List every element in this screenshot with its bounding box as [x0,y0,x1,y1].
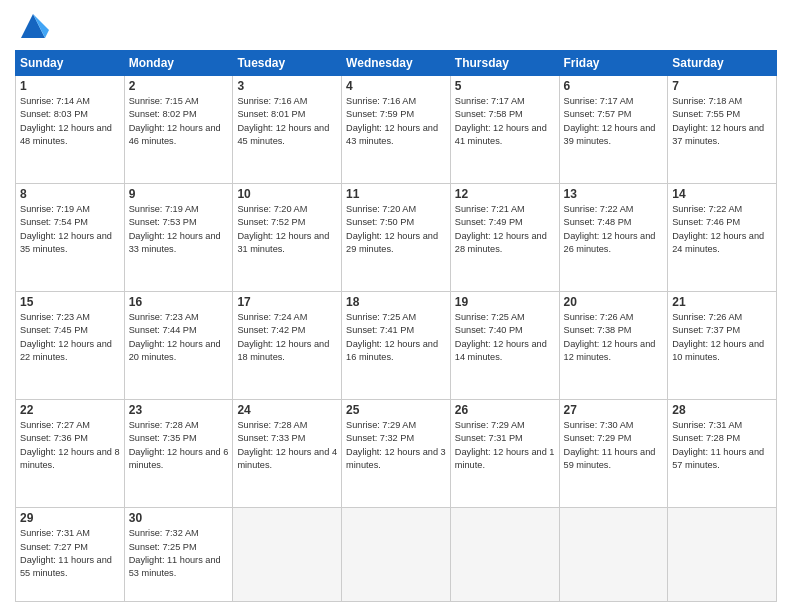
day-number: 14 [672,187,772,201]
logo [15,10,49,42]
table-row: 8Sunrise: 7:19 AMSunset: 7:54 PMDaylight… [16,184,125,292]
day-info: Sunrise: 7:26 AMSunset: 7:37 PMDaylight:… [672,311,772,364]
table-row: 22Sunrise: 7:27 AMSunset: 7:36 PMDayligh… [16,400,125,508]
day-info: Sunrise: 7:30 AMSunset: 7:29 PMDaylight:… [564,419,664,472]
table-row: 11Sunrise: 7:20 AMSunset: 7:50 PMDayligh… [342,184,451,292]
day-number: 9 [129,187,229,201]
table-row: 7Sunrise: 7:18 AMSunset: 7:55 PMDaylight… [668,76,777,184]
table-row: 30Sunrise: 7:32 AMSunset: 7:25 PMDayligh… [124,508,233,602]
day-number: 5 [455,79,555,93]
day-number: 16 [129,295,229,309]
table-row: 14Sunrise: 7:22 AMSunset: 7:46 PMDayligh… [668,184,777,292]
calendar-row: 1Sunrise: 7:14 AMSunset: 8:03 PMDaylight… [16,76,777,184]
day-number: 2 [129,79,229,93]
day-info: Sunrise: 7:31 AMSunset: 7:27 PMDaylight:… [20,527,120,580]
calendar-row: 22Sunrise: 7:27 AMSunset: 7:36 PMDayligh… [16,400,777,508]
table-row [559,508,668,602]
day-info: Sunrise: 7:19 AMSunset: 7:54 PMDaylight:… [20,203,120,256]
table-row [668,508,777,602]
day-info: Sunrise: 7:20 AMSunset: 7:50 PMDaylight:… [346,203,446,256]
header [15,10,777,42]
calendar-header-row: Sunday Monday Tuesday Wednesday Thursday… [16,51,777,76]
day-info: Sunrise: 7:22 AMSunset: 7:46 PMDaylight:… [672,203,772,256]
day-number: 6 [564,79,664,93]
day-number: 29 [20,511,120,525]
day-info: Sunrise: 7:20 AMSunset: 7:52 PMDaylight:… [237,203,337,256]
day-number: 23 [129,403,229,417]
table-row: 1Sunrise: 7:14 AMSunset: 8:03 PMDaylight… [16,76,125,184]
table-row: 16Sunrise: 7:23 AMSunset: 7:44 PMDayligh… [124,292,233,400]
table-row: 17Sunrise: 7:24 AMSunset: 7:42 PMDayligh… [233,292,342,400]
day-info: Sunrise: 7:15 AMSunset: 8:02 PMDaylight:… [129,95,229,148]
table-row: 26Sunrise: 7:29 AMSunset: 7:31 PMDayligh… [450,400,559,508]
table-row [450,508,559,602]
table-row: 21Sunrise: 7:26 AMSunset: 7:37 PMDayligh… [668,292,777,400]
day-info: Sunrise: 7:25 AMSunset: 7:40 PMDaylight:… [455,311,555,364]
day-number: 13 [564,187,664,201]
day-info: Sunrise: 7:17 AMSunset: 7:58 PMDaylight:… [455,95,555,148]
table-row: 9Sunrise: 7:19 AMSunset: 7:53 PMDaylight… [124,184,233,292]
day-info: Sunrise: 7:31 AMSunset: 7:28 PMDaylight:… [672,419,772,472]
day-number: 19 [455,295,555,309]
col-thursday: Thursday [450,51,559,76]
day-info: Sunrise: 7:23 AMSunset: 7:45 PMDaylight:… [20,311,120,364]
day-info: Sunrise: 7:16 AMSunset: 7:59 PMDaylight:… [346,95,446,148]
calendar-row: 8Sunrise: 7:19 AMSunset: 7:54 PMDaylight… [16,184,777,292]
logo-icon [17,10,49,42]
day-info: Sunrise: 7:14 AMSunset: 8:03 PMDaylight:… [20,95,120,148]
day-info: Sunrise: 7:16 AMSunset: 8:01 PMDaylight:… [237,95,337,148]
table-row: 5Sunrise: 7:17 AMSunset: 7:58 PMDaylight… [450,76,559,184]
day-info: Sunrise: 7:32 AMSunset: 7:25 PMDaylight:… [129,527,229,580]
day-number: 18 [346,295,446,309]
day-info: Sunrise: 7:17 AMSunset: 7:57 PMDaylight:… [564,95,664,148]
table-row: 25Sunrise: 7:29 AMSunset: 7:32 PMDayligh… [342,400,451,508]
day-number: 21 [672,295,772,309]
day-info: Sunrise: 7:22 AMSunset: 7:48 PMDaylight:… [564,203,664,256]
day-info: Sunrise: 7:23 AMSunset: 7:44 PMDaylight:… [129,311,229,364]
calendar-row: 15Sunrise: 7:23 AMSunset: 7:45 PMDayligh… [16,292,777,400]
day-info: Sunrise: 7:28 AMSunset: 7:33 PMDaylight:… [237,419,337,472]
col-sunday: Sunday [16,51,125,76]
day-info: Sunrise: 7:26 AMSunset: 7:38 PMDaylight:… [564,311,664,364]
table-row [342,508,451,602]
col-saturday: Saturday [668,51,777,76]
col-tuesday: Tuesday [233,51,342,76]
table-row: 3Sunrise: 7:16 AMSunset: 8:01 PMDaylight… [233,76,342,184]
day-info: Sunrise: 7:29 AMSunset: 7:32 PMDaylight:… [346,419,446,472]
day-number: 27 [564,403,664,417]
day-number: 4 [346,79,446,93]
calendar-row: 29Sunrise: 7:31 AMSunset: 7:27 PMDayligh… [16,508,777,602]
page: Sunday Monday Tuesday Wednesday Thursday… [0,0,792,612]
table-row: 2Sunrise: 7:15 AMSunset: 8:02 PMDaylight… [124,76,233,184]
table-row: 24Sunrise: 7:28 AMSunset: 7:33 PMDayligh… [233,400,342,508]
day-number: 15 [20,295,120,309]
table-row: 20Sunrise: 7:26 AMSunset: 7:38 PMDayligh… [559,292,668,400]
day-info: Sunrise: 7:24 AMSunset: 7:42 PMDaylight:… [237,311,337,364]
col-wednesday: Wednesday [342,51,451,76]
day-number: 17 [237,295,337,309]
day-number: 1 [20,79,120,93]
day-number: 26 [455,403,555,417]
table-row: 6Sunrise: 7:17 AMSunset: 7:57 PMDaylight… [559,76,668,184]
col-friday: Friday [559,51,668,76]
day-number: 8 [20,187,120,201]
calendar: Sunday Monday Tuesday Wednesday Thursday… [15,50,777,602]
day-number: 12 [455,187,555,201]
day-number: 3 [237,79,337,93]
day-number: 24 [237,403,337,417]
day-info: Sunrise: 7:21 AMSunset: 7:49 PMDaylight:… [455,203,555,256]
table-row: 10Sunrise: 7:20 AMSunset: 7:52 PMDayligh… [233,184,342,292]
table-row: 29Sunrise: 7:31 AMSunset: 7:27 PMDayligh… [16,508,125,602]
day-number: 20 [564,295,664,309]
col-monday: Monday [124,51,233,76]
table-row: 4Sunrise: 7:16 AMSunset: 7:59 PMDaylight… [342,76,451,184]
day-info: Sunrise: 7:29 AMSunset: 7:31 PMDaylight:… [455,419,555,472]
day-number: 22 [20,403,120,417]
day-info: Sunrise: 7:25 AMSunset: 7:41 PMDaylight:… [346,311,446,364]
day-info: Sunrise: 7:28 AMSunset: 7:35 PMDaylight:… [129,419,229,472]
table-row: 27Sunrise: 7:30 AMSunset: 7:29 PMDayligh… [559,400,668,508]
day-info: Sunrise: 7:27 AMSunset: 7:36 PMDaylight:… [20,419,120,472]
table-row: 15Sunrise: 7:23 AMSunset: 7:45 PMDayligh… [16,292,125,400]
table-row: 18Sunrise: 7:25 AMSunset: 7:41 PMDayligh… [342,292,451,400]
table-row: 19Sunrise: 7:25 AMSunset: 7:40 PMDayligh… [450,292,559,400]
